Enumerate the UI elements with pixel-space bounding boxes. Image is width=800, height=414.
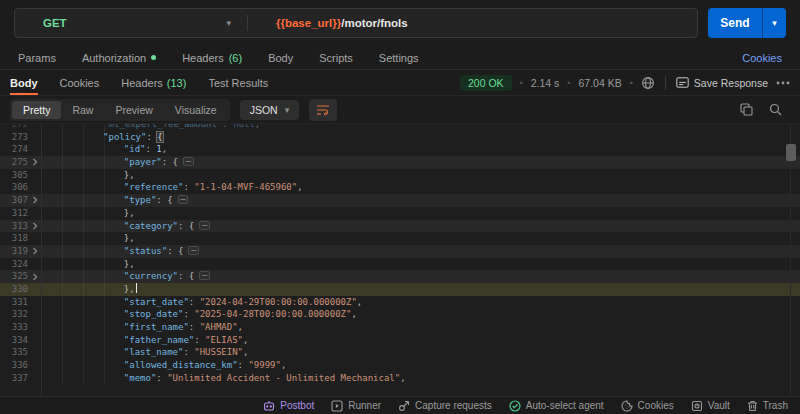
- fold-chevron-icon[interactable]: [28, 220, 41, 233]
- token-k: "mt_expert_fee_amount": [103, 124, 222, 129]
- code-line[interactable]: 335"last_name": "HUSSEIN",: [0, 346, 800, 359]
- code-line[interactable]: 330},: [0, 283, 800, 296]
- tab-label: Settings: [379, 52, 419, 64]
- method-selector[interactable]: GET ▾: [15, 17, 247, 29]
- code-line[interactable]: 318},: [0, 232, 800, 245]
- text-cursor: [136, 283, 137, 293]
- tab-label: Cookies: [60, 77, 100, 89]
- code-text: },: [41, 232, 135, 245]
- code-line[interactable]: 272"mt_expert_fee_amount": null,: [0, 124, 800, 131]
- token-k: "stop_date": [124, 309, 184, 319]
- statusbar-postbot[interactable]: Postbot: [263, 400, 314, 412]
- request-tab-scripts[interactable]: Scripts: [319, 52, 353, 64]
- view-tab-pretty[interactable]: Pretty: [12, 101, 61, 119]
- send-options-button[interactable]: ▾: [762, 8, 786, 38]
- fold-gutter: [28, 131, 41, 144]
- fold-chevron-icon[interactable]: [28, 270, 41, 283]
- token-k: "memo": [124, 373, 157, 383]
- statusbar-vault[interactable]: Vault: [691, 400, 730, 412]
- statusbar-runner[interactable]: Runner: [331, 400, 381, 412]
- response-tab-cookies[interactable]: Cookies: [60, 70, 100, 95]
- code-text: "stop_date": "2025-04-28T00:00:00.000000…: [41, 308, 357, 321]
- fold-gutter: [28, 169, 41, 182]
- postman-app: GET ▾ {{base_url}}/motor/fnols Send ▾ Pa…: [0, 0, 800, 414]
- fold-chevron-icon[interactable]: [28, 194, 41, 207]
- save-icon: [676, 77, 689, 88]
- request-tab-headers[interactable]: Headers(6): [182, 52, 242, 64]
- code-line[interactable]: 306"reference": "1-1-04-MVF-465960",: [0, 181, 800, 194]
- statusbar-capture-requests[interactable]: Capture requests: [398, 400, 492, 412]
- token-p: :: [156, 195, 167, 205]
- status-badge[interactable]: 200 OK: [460, 75, 512, 91]
- capture-requests-icon: [398, 400, 410, 412]
- cookies-link[interactable]: Cookies: [742, 52, 782, 64]
- line-number: 335: [0, 346, 28, 359]
- cookie-icon: [621, 400, 633, 412]
- collapsed-ellipsis[interactable]: ⋯: [178, 195, 189, 204]
- line-number: 306: [0, 181, 28, 194]
- fold-gutter: [28, 321, 41, 334]
- view-tab-raw[interactable]: Raw: [61, 101, 104, 119]
- token-s: "9999": [248, 360, 281, 370]
- send-button[interactable]: Send: [708, 8, 762, 38]
- response-time[interactable]: 2.14 s: [531, 77, 560, 89]
- response-tab-body[interactable]: Body: [10, 70, 38, 95]
- code-line[interactable]: 325"currency": {⋯: [0, 270, 800, 283]
- code-line[interactable]: 305},: [0, 169, 800, 182]
- code-line[interactable]: 334"father_name": "ELIAS",: [0, 334, 800, 347]
- request-tab-authorization[interactable]: Authorization: [82, 52, 156, 64]
- request-tab-body[interactable]: Body: [268, 52, 293, 64]
- view-tab-visualize[interactable]: Visualize: [164, 101, 228, 119]
- search-icon[interactable]: [769, 103, 782, 116]
- collapsed-ellipsis[interactable]: ⋯: [188, 246, 199, 255]
- code-text: "payer": {⋯: [41, 156, 194, 169]
- token-s: "2024-04-29T00:00:00.000000Z": [200, 297, 357, 307]
- request-tab-settings[interactable]: Settings: [379, 52, 419, 64]
- statusbar-auto-select-agent[interactable]: Auto-select agent: [509, 400, 604, 412]
- fold-chevron-icon[interactable]: [28, 245, 41, 258]
- code-line[interactable]: 336"allowed_distance_km": "9999",: [0, 359, 800, 372]
- fold-gutter: [28, 296, 41, 309]
- view-tab-preview[interactable]: Preview: [104, 101, 163, 119]
- response-size[interactable]: 67.04 KB: [579, 77, 622, 89]
- code-line[interactable]: 333"first_name": "AHMAD",: [0, 321, 800, 334]
- token-p: {: [173, 157, 178, 167]
- collapsed-ellipsis[interactable]: ⋯: [199, 221, 210, 230]
- token-k: "policy": [103, 132, 146, 142]
- code-line[interactable]: 275"payer": {⋯: [0, 156, 800, 169]
- code-line[interactable]: 337"memo": "Unlimited Accident - Unlimit…: [0, 372, 800, 385]
- collapsed-ellipsis[interactable]: ⋯: [199, 271, 210, 280]
- more-options-icon[interactable]: [776, 81, 790, 85]
- fold-gutter: [28, 207, 41, 220]
- response-tab-headers[interactable]: Headers(13): [121, 70, 186, 95]
- request-tab-params[interactable]: Params: [18, 52, 56, 64]
- code-line[interactable]: 274"id": 1,: [0, 143, 800, 156]
- code-line[interactable]: 332"stop_date": "2025-04-28T00:00:00.000…: [0, 308, 800, 321]
- statusbar-trash[interactable]: Trash: [747, 400, 788, 412]
- fold-chevron-icon[interactable]: [28, 156, 41, 169]
- network-globe-icon[interactable]: [641, 76, 655, 90]
- format-selector[interactable]: JSON ▾: [240, 100, 300, 120]
- collapsed-ellipsis[interactable]: ⋯: [183, 157, 194, 166]
- url-input[interactable]: {{base_url}}/motor/fnols: [248, 17, 408, 29]
- code-line[interactable]: 331"start_date": "2024-04-29T00:00:00.00…: [0, 296, 800, 309]
- code-line[interactable]: 273"policy": {: [0, 131, 800, 144]
- fold-gutter: [28, 181, 41, 194]
- request-bar: GET ▾ {{base_url}}/motor/fnols Send ▾: [0, 0, 800, 46]
- code-line[interactable]: 324},: [0, 258, 800, 271]
- response-tab-test-results[interactable]: Test Results: [208, 70, 268, 95]
- fold-gutter: [28, 334, 41, 347]
- scrollbar-thumb[interactable]: [786, 144, 796, 161]
- wrap-lines-button[interactable]: [309, 99, 337, 121]
- statusbar-cookies[interactable]: Cookies: [621, 400, 674, 412]
- copy-icon[interactable]: [740, 103, 753, 116]
- token-p: },: [124, 259, 135, 269]
- response-body-editor[interactable]: 272"mt_expert_fee_amount": null,273"poli…: [0, 124, 800, 396]
- tab-label: Scripts: [319, 52, 353, 64]
- code-line[interactable]: 312},: [0, 207, 800, 220]
- token-p: },: [124, 284, 135, 294]
- code-line[interactable]: 319"status": {⋯: [0, 245, 800, 258]
- code-line[interactable]: 313"category": {⋯: [0, 220, 800, 233]
- save-response-button[interactable]: Save Response: [676, 77, 768, 89]
- code-line[interactable]: 307"type": {⋯: [0, 194, 800, 207]
